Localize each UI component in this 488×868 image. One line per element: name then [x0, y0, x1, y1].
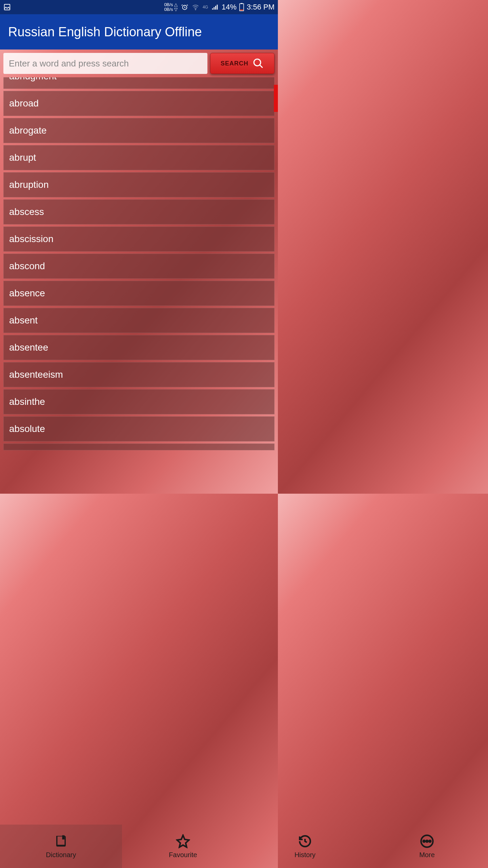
list-item[interactable]: absolute	[3, 416, 274, 441]
search-input[interactable]	[3, 53, 207, 74]
svg-point-2	[195, 9, 196, 10]
picture-icon	[3, 3, 11, 11]
list-item[interactable]: abscess	[3, 199, 274, 224]
list-item[interactable]: absinthe	[3, 389, 274, 414]
4g-label: 4G	[203, 5, 208, 9]
list-item[interactable]: abruption	[3, 172, 274, 197]
list-item[interactable]: abroad	[3, 91, 274, 116]
search-button[interactable]: SEARCH	[210, 53, 274, 74]
battery-icon	[239, 3, 244, 11]
list-item[interactable]: absence	[3, 281, 274, 306]
list-item[interactable]: abrupt	[3, 145, 274, 170]
word-list[interactable]: abridgment abroad abrogate abrupt abrupt…	[0, 77, 278, 450]
list-item[interactable]: abscond	[3, 254, 274, 279]
wifi-icon	[192, 3, 199, 11]
list-item[interactable]: absent	[3, 308, 274, 333]
list-item[interactable]: abridgment	[3, 77, 274, 89]
clock-time: 3:56 PM	[247, 3, 274, 12]
scroll-indicator[interactable]	[274, 85, 278, 112]
app-bar: Russian English Dictionary Offline	[0, 14, 278, 50]
list-item[interactable]: abrogate	[3, 118, 274, 143]
search-icon	[252, 58, 264, 69]
app-title: Russian English Dictionary Offline	[8, 25, 202, 39]
list-item[interactable]: absenteeism	[3, 362, 274, 387]
alarm-icon	[181, 3, 188, 11]
battery-percent: 14%	[222, 3, 237, 12]
svg-rect-0	[4, 4, 10, 10]
search-area: SEARCH	[0, 50, 278, 77]
svg-point-6	[254, 59, 261, 66]
list-item[interactable]: abscission	[3, 226, 274, 252]
list-item[interactable]	[3, 443, 274, 450]
search-button-label: SEARCH	[221, 60, 248, 67]
signal-icon	[211, 3, 219, 11]
network-speed: 0B/s △ 0B/s ▽	[164, 2, 178, 12]
svg-rect-5	[240, 9, 243, 11]
status-bar: 0B/s △ 0B/s ▽ 4G 14% 3:56 PM	[0, 0, 278, 14]
list-item[interactable]: absentee	[3, 335, 274, 360]
